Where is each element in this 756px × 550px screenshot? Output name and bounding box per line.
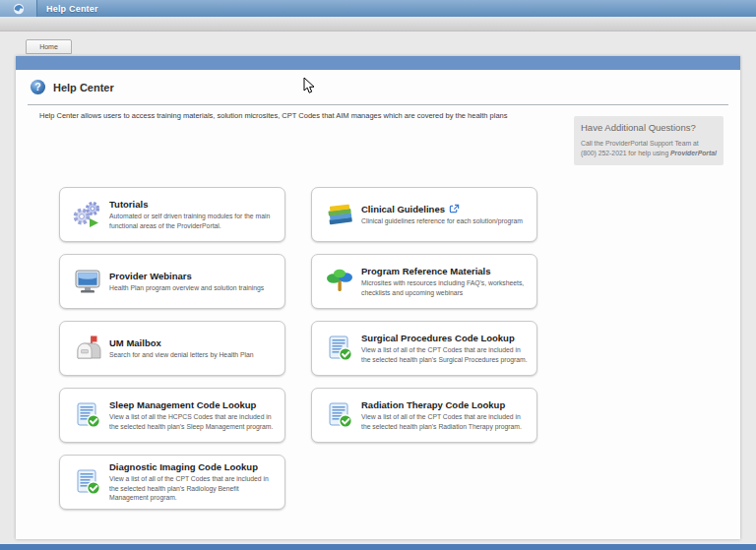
card-provider-webinars[interactable]: Provider Webinars Health Plan program ov…	[59, 254, 285, 309]
external-link-icon	[449, 204, 460, 214]
support-box-title: Have Additional Questions?	[581, 122, 717, 133]
card-radiation-therapy-code-lookup[interactable]: Radiation Therapy Code Lookup View a lis…	[311, 388, 537, 443]
main-content-panel: ? Help Center Help Center allows users t…	[16, 56, 740, 539]
card-title: Radiation Therapy Code Lookup	[361, 399, 529, 410]
help-question-icon: ?	[30, 79, 46, 95]
help-center-app-icon	[0, 0, 37, 17]
card-title: Clinical Guidelines	[361, 204, 529, 214]
card-title: Surgical Procedures Code Lookup	[361, 333, 529, 343]
books-icon	[318, 200, 361, 229]
support-info-box: Have Additional Questions? Call the Prov…	[574, 116, 724, 165]
card-title: Program Reference Materials	[361, 266, 529, 276]
page-title: Help Center	[53, 82, 114, 93]
card-description: View a list of all of the CPT Codes that…	[361, 412, 529, 431]
page-header: ? Help Center	[30, 79, 114, 95]
card-clinical-guidelines[interactable]: Clinical Guidelines Clinical guidelines …	[311, 187, 537, 242]
card-description: Clinical guidelines reference for each s…	[361, 216, 529, 226]
card-title: Diagnostic Imaging Code Lookup	[109, 461, 277, 472]
code-list-icon	[66, 400, 109, 430]
card-diagnostic-imaging-code-lookup[interactable]: Diagnostic Imaging Code Lookup View a li…	[59, 455, 285, 510]
header-divider	[28, 104, 728, 105]
tab-home[interactable]: Home	[26, 39, 72, 54]
card-description: Search for and view denial letters by He…	[109, 350, 277, 360]
support-line2: (800) 252-2021 for help using	[581, 150, 670, 156]
card-description: Microsites with resources including FAQ'…	[361, 278, 529, 297]
app-title: Help Center	[37, 4, 98, 14]
card-surgical-procedures-code-lookup[interactable]: Surgical Procedures Code Lookup View a l…	[311, 321, 537, 376]
card-title: Provider Webinars	[109, 271, 277, 281]
tree-icon	[318, 267, 361, 296]
card-tutorials[interactable]: Tutorials Automated or self driven train…	[59, 187, 285, 242]
card-um-mailbox[interactable]: UM Mailbox Search for and view denial le…	[59, 321, 285, 376]
card-description: Automated or self driven training module…	[109, 212, 277, 230]
footer-bar	[0, 544, 756, 550]
card-title: Tutorials	[109, 199, 277, 210]
card-description: View a list of all of the CPT Codes that…	[361, 345, 529, 364]
card-description: View a list of all the HCPCS Codes that …	[109, 412, 277, 431]
mailbox-icon	[66, 334, 109, 363]
card-description: Health Plan program overview and solutio…	[109, 283, 277, 293]
support-line1: Call the ProviderPortal Support Team at	[581, 140, 699, 147]
support-box-body: Call the ProviderPortal Support Team at …	[581, 139, 717, 158]
help-cards-grid: Tutorials Automated or self driven train…	[59, 187, 537, 510]
code-list-icon	[318, 334, 361, 363]
monitor-icon	[66, 267, 109, 296]
toolbar-strip	[0, 17, 756, 31]
app-titlebar: Help Center	[0, 0, 756, 17]
code-list-icon	[66, 467, 109, 497]
card-title: UM Mailbox	[109, 337, 277, 348]
svg-text:?: ?	[34, 82, 40, 92]
code-list-icon	[318, 400, 361, 430]
card-sleep-management-code-lookup[interactable]: Sleep Management Code Lookup View a list…	[59, 388, 285, 443]
card-description: View a list of all of the CPT Codes that…	[109, 474, 277, 503]
content-header-bar	[16, 56, 740, 70]
card-title: Sleep Management Code Lookup	[109, 399, 277, 410]
support-brand: ProviderPortal	[670, 150, 717, 156]
card-program-reference-materials[interactable]: Program Reference Materials Microsites w…	[311, 254, 537, 309]
gears-icon	[66, 200, 109, 229]
page-description: Help Center allows users to access train…	[39, 111, 571, 120]
